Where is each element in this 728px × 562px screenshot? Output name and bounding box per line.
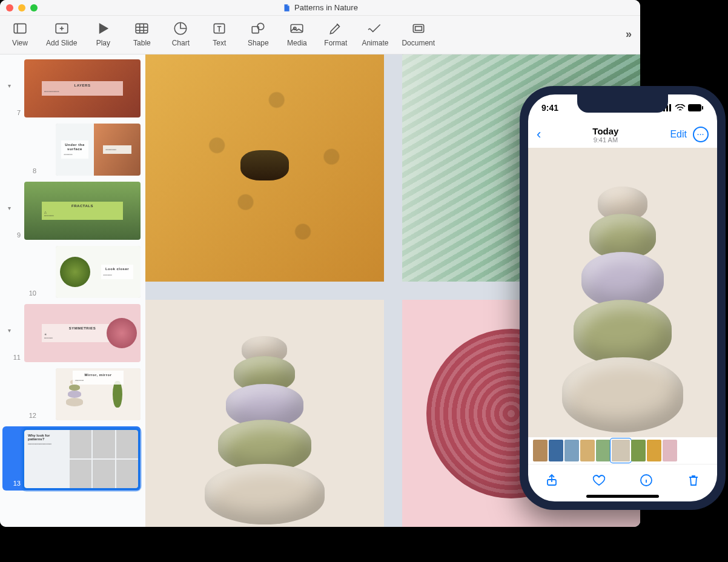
shape-icon [250,21,266,36]
format-label: Format [324,39,347,47]
slide-thumb-9[interactable]: ▾ 9 FRACTALS△▫▫▫▫▫▫▫▫▫ [2,182,141,240]
table-button[interactable]: Table [129,21,154,47]
photos-title: Today [592,126,618,136]
slide-number: 8 [23,167,39,176]
document-icon [282,4,291,12]
animate-button[interactable]: Animate [362,21,388,47]
back-button[interactable]: ‹ [537,127,541,142]
slide-thumb-13[interactable]: 13 Why look for patterns?▫▫▫▫▫▫▫▫▫▫▫▫▫▫▫… [2,426,141,491]
photos-title-area: Today 9:41 AM [592,126,618,144]
iphone-notch [577,94,668,113]
slide-number: 7 [7,109,23,117]
disclosure-icon[interactable]: ▾ [5,82,13,89]
add-slide-button[interactable]: Add Slide [46,21,77,47]
strip-thumb[interactable] [533,440,548,461]
battery-icon [688,104,704,111]
favorite-button[interactable] [592,473,606,490]
svg-rect-7 [291,25,303,33]
slide-number: 12 [23,412,39,420]
window-title: Patterns in Nature [294,3,358,12]
canvas-image-honeycomb[interactable] [145,55,384,282]
close-button[interactable] [6,4,13,12]
traffic-lights [6,4,38,12]
share-icon [544,473,559,488]
view-icon [12,21,28,36]
text-button[interactable]: Text [207,21,232,47]
play-icon [95,21,111,36]
slide-thumb-12[interactable]: 12 Mirror, mirror▫▫▫▫▫▫▫▫ [2,368,141,420]
titlebar: Patterns in Nature [0,0,640,16]
format-icon [328,21,343,36]
slide-thumb-11[interactable]: ▾ 11 SYMMETRIES✳▫▫▫▫▫▫▫▫ [2,304,141,362]
strip-thumb-selected[interactable] [612,440,630,461]
table-icon [134,21,150,36]
strip-thumb[interactable] [647,440,661,461]
format-button[interactable]: Format [323,21,348,47]
slide-navigator[interactable]: ▾ 7 LAYERS▫▫▫▫▫▫▫▫▫▫▫▫▫▫ 8 Under the sur… [0,55,145,527]
strip-thumb[interactable] [580,440,595,461]
home-indicator[interactable] [586,495,659,498]
document-toolbar-icon [411,21,426,36]
thumb-title: Why look for patterns? [28,434,66,441]
slide-thumb-7[interactable]: ▾ 7 LAYERS▫▫▫▫▫▫▫▫▫▫▫▫▫▫ [2,59,141,117]
media-icon [289,21,305,36]
svg-rect-0 [14,24,26,33]
strip-thumb[interactable] [596,440,611,461]
add-slide-label: Add Slide [46,39,77,47]
chart-label: Chart [172,39,190,47]
media-button[interactable]: Media [284,21,309,47]
thumb-title: Look closer [104,267,131,271]
text-label: Text [213,39,226,47]
canvas-image-urchin-stack[interactable] [145,300,384,527]
photo-thumbnail-strip[interactable] [528,437,717,464]
shape-label: Shape [248,39,269,47]
delete-button[interactable] [686,473,701,490]
play-button[interactable]: Play [90,21,116,47]
chart-icon [173,21,188,36]
edit-button[interactable]: Edit [670,129,687,140]
photos-subtitle: 9:41 AM [592,136,618,144]
slide-thumb-10[interactable]: 10 Look closer▫▫▫▫▫▫▫▫ [2,246,141,298]
strip-thumb[interactable] [549,440,563,461]
document-label: Document [402,39,435,47]
strip-thumb[interactable] [564,440,579,461]
add-slide-icon [54,21,70,36]
play-label: Play [96,39,110,47]
table-label: Table [133,39,151,47]
animate-icon [367,21,383,36]
svg-rect-16 [702,106,703,110]
animate-label: Animate [362,39,388,47]
disclosure-icon[interactable]: ▾ [5,205,13,211]
svg-rect-15 [688,104,701,111]
document-button[interactable]: Document [402,21,435,47]
iphone-device: 9:41 ‹ Today 9:41 AM Edit ··· [520,86,726,510]
strip-thumb[interactable] [631,440,646,461]
svg-rect-10 [415,27,422,31]
view-button[interactable]: View [7,21,33,47]
more-button[interactable]: ··· [693,127,709,142]
slide-thumb-8[interactable]: 8 Under the surface▫▫▫▫▫▫▫▫ ▫▫▫▫▫▫▫▫▫▫ [2,124,141,176]
slide-number: 13 [7,480,23,488]
chart-button[interactable]: Chart [168,21,193,47]
toolbar-overflow-button[interactable]: » [626,28,633,41]
media-label: Media [287,39,307,47]
photo-viewer[interactable] [528,148,717,437]
svg-rect-14 [669,104,671,111]
slide-number: 9 [7,231,23,240]
shape-button[interactable]: Shape [245,21,271,47]
thumb-title: LAYERS [44,84,121,88]
view-label: View [12,39,28,47]
slide-number: 11 [7,354,23,362]
share-button[interactable] [544,473,559,490]
window-title-area: Patterns in Nature [0,3,640,12]
svg-rect-2 [136,24,148,33]
trash-icon [686,473,701,488]
disclosure-icon[interactable]: ▾ [5,327,13,334]
info-button[interactable] [639,473,654,490]
minimize-button[interactable] [18,4,25,12]
status-time: 9:41 [541,103,558,113]
strip-thumb[interactable] [663,440,677,461]
slide-number: 10 [23,289,39,298]
zoom-button[interactable] [30,4,38,12]
photos-header: ‹ Today 9:41 AM Edit ··· [528,121,717,148]
